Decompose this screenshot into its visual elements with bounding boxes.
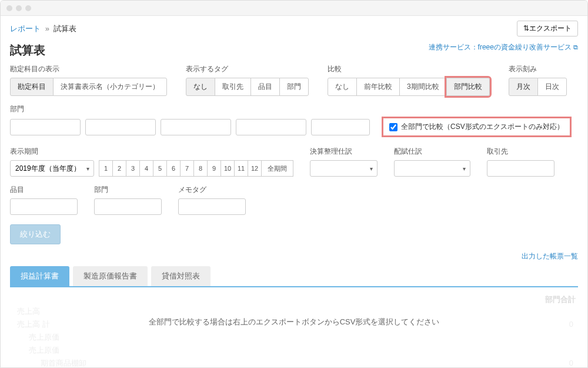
compare-opt-dept[interactable]: 部門比較 <box>446 78 490 96</box>
report-empty-message: 全部門で比較する場合は右上のエクスポートボタンからCSV形式を選択してください <box>10 317 578 327</box>
compare-opt-3term[interactable]: 3期間比較 <box>399 78 447 96</box>
all-dept-compare-checkbox[interactable] <box>389 123 397 131</box>
month-4[interactable]: 4 <box>139 160 153 177</box>
export-button[interactable]: ⇅エクスポート <box>517 21 578 37</box>
tags-opt-none[interactable]: なし <box>186 78 215 96</box>
ghost-row: 売上原価 <box>17 344 578 357</box>
dept-filter-input[interactable] <box>94 198 162 215</box>
all-dept-compare-wrap[interactable]: 全部門で比較（CSV形式のエクスポートのみ対応） <box>382 117 572 137</box>
affiliate-service-link[interactable]: 連携サービス：freeeの資金繰り改善サービス <box>429 42 578 52</box>
ghost-row: 売上高 <box>17 305 578 318</box>
tags-label: 表示するタグ <box>186 64 309 74</box>
compare-opt-none[interactable]: なし <box>328 78 357 96</box>
breadcrumb-root-link[interactable]: レポート <box>10 24 41 33</box>
month-7[interactable]: 7 <box>180 160 194 177</box>
dept-input-4[interactable] <box>236 119 306 135</box>
month-all[interactable]: 全期間 <box>261 160 293 177</box>
compare-label: 比較 <box>328 64 490 74</box>
breadcrumb-current: 試算表 <box>54 24 76 33</box>
month-8[interactable]: 8 <box>193 160 208 177</box>
closing-select[interactable] <box>310 160 377 177</box>
report-tabs: 損益計算書 製造原価報告書 貸借対照表 <box>10 266 578 287</box>
partner-input[interactable] <box>487 160 554 177</box>
tags-group: なし 取引先 品目 部門 <box>186 78 309 96</box>
alloc-select[interactable] <box>394 160 470 177</box>
tab-pl[interactable]: 損益計算書 <box>10 266 69 286</box>
partner-label: 取引先 <box>487 147 554 157</box>
compare-group: なし 前年比較 3期間比較 部門比較 <box>328 78 490 96</box>
tags-opt-dept[interactable]: 部門 <box>279 78 309 96</box>
output-reports-link[interactable]: 出力した帳票一覧 <box>522 252 578 260</box>
month-12[interactable]: 12 <box>248 160 262 177</box>
month-6[interactable]: 6 <box>166 160 181 177</box>
app-window: レポート » 試算表 ⇅エクスポート 試算表 連携サービス：freeeの資金繰り… <box>0 0 588 368</box>
alloc-label: 配賦仕訳 <box>394 147 470 157</box>
dept-input-5[interactable] <box>311 119 370 135</box>
breadcrumb-sep: » <box>45 24 49 33</box>
all-dept-compare-label: 全部門で比較（CSV形式のエクスポートのみ対応） <box>401 122 564 132</box>
month-5[interactable]: 5 <box>153 160 167 177</box>
month-buttons: 1 2 3 4 5 6 7 8 9 10 11 12 全期間 <box>99 160 293 177</box>
tags-opt-partner[interactable]: 取引先 <box>215 78 251 96</box>
fiscal-year-select[interactable]: 2019年度（当年度） <box>10 160 94 177</box>
account-display-label: 勘定科目の表示 <box>10 64 167 74</box>
month-3[interactable]: 3 <box>126 160 140 177</box>
dept-input-3[interactable] <box>161 119 231 135</box>
traffic-light-close[interactable] <box>6 5 12 11</box>
item-filter-label: 品目 <box>10 185 78 195</box>
memo-filter-label: メモタグ <box>178 185 246 195</box>
traffic-light-max[interactable] <box>25 5 31 11</box>
dept-input-1[interactable] <box>10 119 81 135</box>
month-2[interactable]: 2 <box>112 160 126 177</box>
dept-filter-label: 部門 <box>94 185 162 195</box>
period-label: 表示期間 <box>10 147 293 157</box>
grain-opt-day[interactable]: 日次 <box>537 78 567 96</box>
traffic-light-min[interactable] <box>16 5 22 11</box>
titlebar <box>1 1 587 16</box>
apply-filter-button[interactable]: 絞り込む <box>10 224 61 244</box>
breadcrumb: レポート » 試算表 <box>10 24 76 34</box>
month-10[interactable]: 10 <box>220 160 235 177</box>
grain-group: 月次 日次 <box>509 78 567 96</box>
tab-bs[interactable]: 貸借対照表 <box>151 266 211 286</box>
compare-opt-prev[interactable]: 前年比較 <box>356 78 400 96</box>
report-body: 部門合計 全部門で比較する場合は右上のエクスポートボタンからCSV形式を選択して… <box>10 294 578 367</box>
dept-input-2[interactable] <box>85 119 156 135</box>
tab-cost[interactable]: 製造原価報告書 <box>73 266 148 286</box>
ghost-row: 売上原価 <box>17 331 578 344</box>
page-title: 試算表 <box>10 42 45 58</box>
month-11[interactable]: 11 <box>234 160 248 177</box>
account-display-group: 勘定科目 決算書表示名（小カテゴリー） <box>10 78 167 96</box>
memo-filter-input[interactable] <box>178 198 246 215</box>
grain-label: 表示刻み <box>509 64 567 74</box>
grain-opt-month[interactable]: 月次 <box>509 78 538 96</box>
export-icon: ⇅ <box>523 24 529 32</box>
account-opt-kessan[interactable]: 決算書表示名（小カテゴリー） <box>53 78 167 96</box>
dept-label: 部門 <box>10 105 24 113</box>
item-filter-input[interactable] <box>10 198 78 215</box>
tags-opt-item[interactable]: 品目 <box>250 78 280 96</box>
ghost-row: 期首商品棚卸0 <box>17 357 578 367</box>
account-opt-kanjo[interactable]: 勘定科目 <box>10 78 54 96</box>
month-1[interactable]: 1 <box>99 160 113 177</box>
content-area: レポート » 試算表 ⇅エクスポート 試算表 連携サービス：freeeの資金繰り… <box>1 16 587 367</box>
closing-label: 決算整理仕訳 <box>310 147 377 157</box>
export-button-label: エクスポート <box>529 24 572 32</box>
report-col-header: 部門合計 <box>545 294 576 305</box>
month-9[interactable]: 9 <box>207 160 221 177</box>
